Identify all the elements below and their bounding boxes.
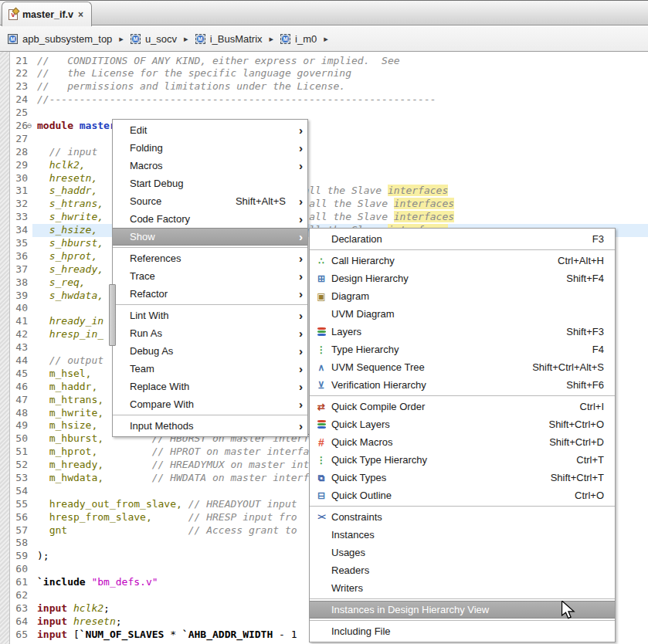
code-line[interactable]: 27 bbox=[0, 133, 648, 146]
code-line[interactable]: 22// the License for the specific langua… bbox=[0, 67, 648, 80]
menu-item-writers[interactable]: Writers bbox=[310, 579, 615, 597]
code-line[interactable]: 26⊖module master_if bbox=[0, 120, 648, 133]
menu-item-quick-types[interactable]: Quick TypesShift+Ctrl+T bbox=[310, 469, 615, 486]
menu-shortcut: F3 bbox=[592, 233, 604, 245]
code-line[interactable]: 33 s_hwrite, // HWRITE for all the Slave… bbox=[0, 211, 648, 224]
menu-item-label: Lint With bbox=[130, 310, 169, 321]
submenu-arrow-icon: › bbox=[292, 289, 303, 300]
menu-item-team[interactable]: Team› bbox=[113, 360, 307, 378]
menu-item-instances[interactable]: Instances bbox=[310, 526, 615, 544]
menu-shortcut: Ctrl+T bbox=[576, 454, 604, 466]
breadcrumb-item-i-m0[interactable]: i_m0 bbox=[280, 33, 317, 45]
menu-item-declaration[interactable]: DeclarationF3 bbox=[310, 230, 615, 248]
menu-shortcut: Shift+Alt+S bbox=[236, 195, 286, 207]
menu-item-quick-macros[interactable]: Quick MacrosShift+Ctrl+D bbox=[310, 433, 615, 451]
menu-item-quick-outline[interactable]: Quick OutlineCtrl+O bbox=[310, 486, 615, 504]
code-text: // CONDITIONS OF ANY KIND, either expres… bbox=[32, 55, 648, 68]
code-line[interactable]: 29 hclk2, bbox=[0, 159, 648, 172]
code-line[interactable]: 24//------------------------------------… bbox=[0, 93, 648, 107]
menu-item-diagram[interactable]: Diagram bbox=[310, 287, 615, 305]
line-number: 31 bbox=[0, 185, 32, 198]
menu-item-show[interactable]: Show› bbox=[113, 228, 307, 246]
menu-item-references[interactable]: References› bbox=[113, 249, 307, 267]
vertical-scrollbar-thumb[interactable] bbox=[109, 284, 116, 346]
code-line[interactable]: 21// CONDITIONS OF ANY KIND, either expr… bbox=[0, 55, 648, 68]
menu-item-uvm-diagram[interactable]: UVM Diagram bbox=[310, 305, 615, 323]
line-number: 37 bbox=[0, 263, 32, 276]
line-number: 49 bbox=[0, 419, 32, 432]
code-line[interactable]: 30 hresetn, bbox=[0, 172, 648, 185]
menu-item-debug-as[interactable]: Debug As› bbox=[113, 342, 307, 360]
compile-order-icon bbox=[314, 401, 328, 413]
menu-item-including-file[interactable]: Including File bbox=[310, 622, 615, 640]
constraints-icon bbox=[314, 511, 328, 524]
menu-item-compare-with[interactable]: Compare With› bbox=[113, 395, 307, 413]
menu-item-code-factory[interactable]: Code Factory› bbox=[113, 210, 307, 228]
menu-separator bbox=[113, 304, 307, 305]
menu-item-macros[interactable]: Macros› bbox=[113, 157, 307, 175]
menu-item-label: UVM Sequence Tree bbox=[331, 361, 425, 373]
menu-item-readers[interactable]: Readers bbox=[310, 561, 615, 579]
menu-item-label: Readers bbox=[331, 564, 369, 576]
menu-item-label: Design Hierarchy bbox=[331, 273, 409, 284]
breadcrumb-label: apb_subsystem_top bbox=[22, 33, 112, 45]
code-line[interactable]: 31 s_haddr, // HADDR for all the Slave i… bbox=[0, 185, 648, 198]
menu-item-constraints[interactable]: Constraints bbox=[310, 508, 615, 526]
type-hierarchy-icon bbox=[314, 344, 328, 356]
menu-item-start-debug[interactable]: Start Debug bbox=[113, 175, 307, 192]
tab-close-icon[interactable]: × bbox=[78, 10, 83, 19]
fold-collapse-icon[interactable]: ⊖ bbox=[27, 120, 32, 133]
tab-master-if[interactable]: v master_if.v × bbox=[2, 2, 92, 26]
menu-item-label: References bbox=[130, 253, 181, 264]
line-number: 53 bbox=[0, 472, 32, 485]
ide-window: { "tab": { "title": "master_if.v", "clos… bbox=[0, 0, 648, 644]
menu-item-lint-with[interactable]: Lint With› bbox=[113, 307, 307, 324]
code-line[interactable]: 32 s_htrans, // HTRANS for all the Slave… bbox=[0, 198, 648, 211]
menu-separator bbox=[310, 395, 615, 396]
menu-shortcut: Shift+Ctrl+T bbox=[551, 472, 604, 483]
menu-item-refactor[interactable]: Refactor› bbox=[113, 285, 307, 303]
menu-item-quick-type-hierarchy[interactable]: Quick Type HierarchyCtrl+T bbox=[310, 451, 615, 469]
breadcrumb-label: u_socv bbox=[145, 33, 177, 45]
breadcrumb-item-i-busmatrix[interactable]: i_BusMatrix bbox=[195, 33, 263, 45]
menu-item-source[interactable]: SourceShift+Alt+S› bbox=[113, 192, 307, 210]
line-number: 30 bbox=[0, 172, 32, 185]
menu-item-label: Declaration bbox=[331, 233, 382, 245]
menu-item-verification-hierarchy[interactable]: Verification HierarchyShift+F6 bbox=[310, 376, 615, 394]
menu-item-layers[interactable]: LayersShift+F3 bbox=[310, 323, 615, 341]
code-text: // permissions and limitations under the… bbox=[32, 80, 648, 93]
menu-item-trace[interactable]: Trace› bbox=[113, 267, 307, 285]
menu-item-quick-layers[interactable]: Quick LayersShift+Ctrl+O bbox=[310, 415, 615, 433]
blank-icon bbox=[314, 604, 328, 616]
diagram-icon bbox=[314, 290, 328, 303]
menu-item-replace-with[interactable]: Replace With› bbox=[113, 378, 307, 395]
layers-icon bbox=[314, 419, 328, 431]
menu-item-label: Quick Outline bbox=[331, 490, 392, 501]
code-line[interactable]: 25 bbox=[0, 107, 648, 120]
type-hierarchy-icon bbox=[314, 454, 328, 466]
menu-item-type-hierarchy[interactable]: Type HierarchyF4 bbox=[310, 341, 615, 358]
menu-item-run-as[interactable]: Run As› bbox=[113, 324, 307, 342]
menu-item-quick-compile-order[interactable]: Quick Compile OrderCtrl+I bbox=[310, 398, 615, 415]
breadcrumb-item-u-socv[interactable]: u_socv bbox=[131, 33, 177, 45]
line-number: 22 bbox=[0, 67, 32, 80]
menu-item-folding[interactable]: Folding› bbox=[113, 139, 307, 157]
menu-item-label: Team bbox=[130, 363, 154, 375]
menu-item-edit[interactable]: Edit› bbox=[113, 121, 307, 139]
show-submenu: DeclarationF3Call HierarchyCtrl+Alt+HDes… bbox=[309, 228, 616, 642]
menu-item-uvm-sequence-tree[interactable]: UVM Sequence TreeShift+Ctrl+Alt+S bbox=[310, 358, 615, 376]
line-number: 45 bbox=[0, 368, 32, 381]
line-number: 59 bbox=[0, 550, 32, 563]
menu-item-label: Call Hierarchy bbox=[331, 255, 395, 266]
instance-chip-icon bbox=[195, 34, 205, 44]
menu-item-usages[interactable]: Usages bbox=[310, 544, 615, 561]
menu-item-design-hierarchy[interactable]: Design HierarchyShift+F4 bbox=[310, 269, 615, 287]
layers-icon bbox=[314, 326, 328, 338]
menu-item-input-methods[interactable]: Input Methods› bbox=[113, 417, 307, 435]
breadcrumb-item-apb-subsystem-top[interactable]: apb_subsystem_top bbox=[8, 33, 112, 45]
code-line[interactable]: 28 // input bbox=[0, 146, 648, 159]
menu-item-call-hierarchy[interactable]: Call HierarchyCtrl+Alt+H bbox=[310, 252, 615, 269]
submenu-arrow-icon: › bbox=[292, 399, 303, 410]
code-line[interactable]: 23// permissions and limitations under t… bbox=[0, 80, 648, 93]
submenu-arrow-icon: › bbox=[292, 253, 303, 264]
